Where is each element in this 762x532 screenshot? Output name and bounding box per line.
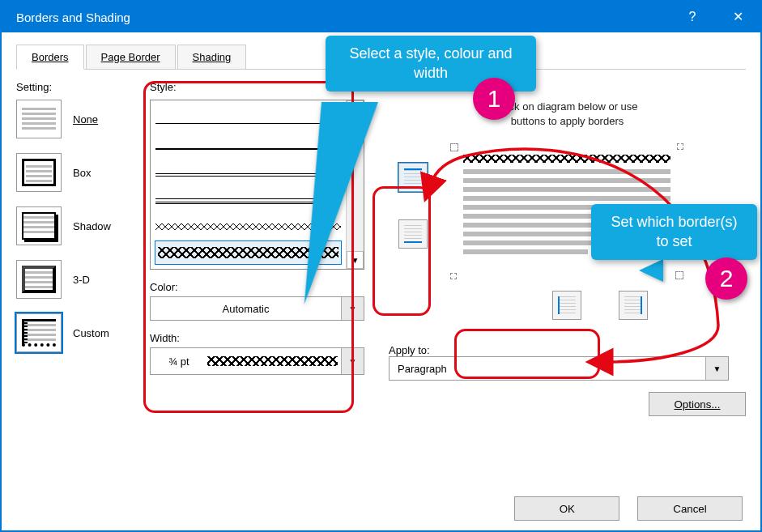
setting-label: Setting:: [16, 81, 150, 93]
width-label: Width:: [150, 332, 364, 344]
setting-3d[interactable]: 3-D: [16, 260, 150, 299]
setting-none-thumb: [16, 100, 62, 138]
titlebar: Borders and Shading ? ✕: [2, 2, 760, 32]
width-dropdown[interactable]: ¾ pt ▼: [150, 347, 364, 375]
setting-3d-thumb: [16, 260, 62, 299]
step-badge-1: 1: [473, 78, 515, 120]
chevron-down-icon[interactable]: ▼: [341, 348, 364, 374]
tab-page-border[interactable]: Page Border: [86, 45, 176, 70]
setting-none[interactable]: None: [16, 100, 150, 138]
setting-3d-label: 3-D: [73, 274, 90, 286]
setting-custom-label: Custom: [73, 327, 109, 339]
callout-2-tail: [639, 259, 663, 282]
border-right-button[interactable]: [619, 291, 648, 320]
apply-to-value: Paragraph: [390, 363, 705, 375]
chevron-down-icon[interactable]: ▼: [341, 297, 364, 320]
scroll-down-icon[interactable]: ▼: [347, 251, 364, 269]
setting-shadow-label: Shadow: [73, 220, 111, 232]
width-sample: [207, 356, 338, 366]
tab-shading[interactable]: Shading: [177, 45, 247, 70]
close-icon[interactable]: ✕: [715, 2, 760, 32]
setting-shadow[interactable]: Shadow: [16, 206, 150, 245]
color-label: Color:: [150, 281, 364, 293]
tab-borders[interactable]: Borders: [16, 45, 84, 70]
apply-to-label: Apply to:: [389, 344, 746, 356]
setting-none-label: None: [73, 113, 98, 126]
window-title: Borders and Shading: [16, 11, 670, 24]
step-badge-2: 2: [705, 257, 747, 300]
border-left-button[interactable]: [552, 291, 581, 320]
setting-box-label: Box: [73, 167, 91, 179]
chevron-down-icon[interactable]: ▼: [705, 357, 728, 380]
ok-button[interactable]: OK: [514, 496, 619, 521]
setting-custom[interactable]: Custom: [16, 313, 150, 352]
setting-custom-thumb: [16, 313, 62, 352]
border-bottom-button[interactable]: [398, 219, 428, 249]
border-top-button[interactable]: [398, 163, 428, 192]
cancel-button[interactable]: Cancel: [637, 496, 743, 521]
setting-box-thumb: [16, 153, 62, 192]
help-icon[interactable]: ?: [670, 2, 715, 32]
width-value: ¾ pt: [151, 355, 207, 368]
setting-box[interactable]: Box: [16, 153, 150, 192]
callout-2: Set which border(s) to set: [591, 204, 757, 260]
applied-top-border: [463, 155, 670, 163]
preview-hint: Click on diagram below or use buttons to…: [389, 100, 746, 129]
setting-shadow-thumb: [16, 206, 62, 245]
options-button[interactable]: Options...: [649, 392, 746, 416]
apply-to-dropdown[interactable]: Paragraph ▼: [389, 356, 729, 381]
